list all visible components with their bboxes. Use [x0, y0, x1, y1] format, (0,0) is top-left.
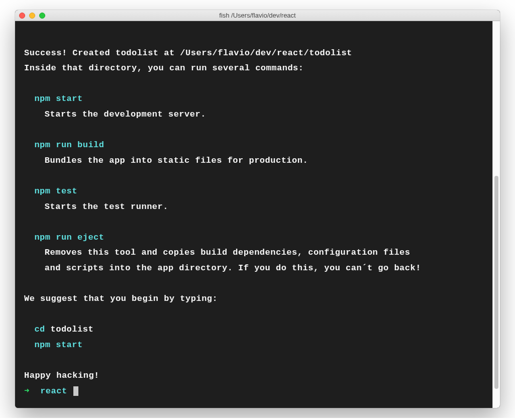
line-happy: Happy hacking! — [24, 371, 99, 380]
prompt-arrow-icon: ➜ — [24, 386, 30, 396]
cmd-npm-eject: npm run eject — [34, 233, 104, 242]
titlebar[interactable]: fish /Users/flavio/dev/react — [15, 10, 500, 21]
close-icon[interactable] — [19, 13, 25, 19]
cmd-cd: cd — [34, 325, 45, 334]
cmd-npm-start-2: npm start — [34, 340, 82, 350]
window-title: fish /Users/flavio/dev/react — [15, 12, 500, 19]
cursor-icon — [73, 386, 78, 396]
line-inside: Inside that directory, you can run sever… — [24, 63, 304, 73]
cd-arg: todolist — [51, 325, 94, 334]
terminal-output[interactable]: Success! Created todolist at /Users/flav… — [15, 21, 492, 408]
desc-npm-eject-1: Removes this tool and copies build depen… — [45, 248, 410, 257]
zoom-icon[interactable] — [39, 13, 45, 19]
traffic-lights — [19, 13, 45, 19]
cmd-npm-start: npm start — [34, 94, 82, 103]
desc-npm-start: Starts the development server. — [45, 110, 206, 119]
prompt-cwd: react — [40, 386, 67, 396]
desc-npm-build: Bundles the app into static files for pr… — [45, 156, 308, 165]
minimize-icon[interactable] — [29, 13, 35, 19]
line-suggest: We suggest that you begin by typing: — [24, 294, 218, 303]
terminal-window: fish /Users/flavio/dev/react Success! Cr… — [15, 10, 500, 408]
scrollbar[interactable] — [492, 21, 500, 408]
cmd-npm-build: npm run build — [34, 140, 104, 150]
line-success: Success! Created todolist at /Users/flav… — [24, 48, 352, 58]
cmd-npm-test: npm test — [34, 186, 77, 196]
desc-npm-test: Starts the test runner. — [45, 202, 168, 212]
scrollbar-thumb[interactable] — [494, 176, 498, 389]
desc-npm-eject-2: and scripts into the app directory. If y… — [45, 263, 421, 273]
